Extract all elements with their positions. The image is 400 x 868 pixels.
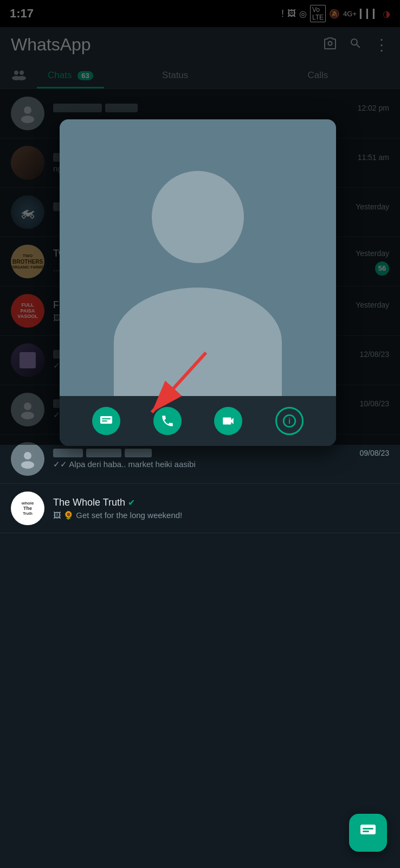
chat-time: 09/08/23 [360, 449, 390, 457]
svg-text:i: i [288, 417, 291, 425]
chat-preview: ✓✓ Alpa deri haba.. market heiki aasibi [53, 459, 196, 469]
avatar [11, 442, 44, 476]
profile-actions: i [60, 396, 336, 446]
profile-avatar-large [60, 119, 336, 396]
verified-icon: ✔ [128, 498, 135, 507]
svg-rect-11 [102, 418, 111, 419]
avatar-head [152, 171, 244, 263]
svg-rect-10 [100, 416, 112, 424]
chat-name-blurred [53, 449, 152, 457]
call-button-icon [153, 407, 182, 435]
chat-name: The Whole Truth ✔ [53, 497, 135, 508]
info-action-button[interactable]: i [275, 407, 304, 435]
info-button-icon: i [275, 407, 304, 435]
avatar-body [114, 288, 282, 396]
video-button-icon [214, 407, 242, 435]
new-chat-icon [359, 824, 377, 843]
chat-button-icon [92, 407, 120, 435]
chat-preview: 🖼 🌻 Get set for the long weekend! [53, 510, 182, 520]
svg-rect-18 [363, 828, 373, 829]
profile-popup: i [60, 119, 336, 446]
avatar: whole The Truth [11, 492, 44, 525]
chat-content: The Whole Truth ✔ 🖼 🌻 Get set for the lo… [53, 497, 389, 520]
svg-point-9 [21, 461, 34, 469]
new-chat-fab[interactable] [349, 814, 387, 852]
chat-action-button[interactable] [92, 407, 120, 435]
list-item[interactable]: whole The Truth The Whole Truth ✔ 🖼 🌻 Ge… [0, 484, 400, 533]
svg-rect-19 [363, 831, 369, 832]
svg-rect-12 [102, 420, 107, 422]
svg-point-8 [24, 452, 31, 459]
video-action-button[interactable] [214, 407, 242, 435]
chat-content: 09/08/23 ✓✓ Alpa deri haba.. market heik… [53, 449, 389, 469]
call-action-button[interactable] [153, 407, 182, 435]
